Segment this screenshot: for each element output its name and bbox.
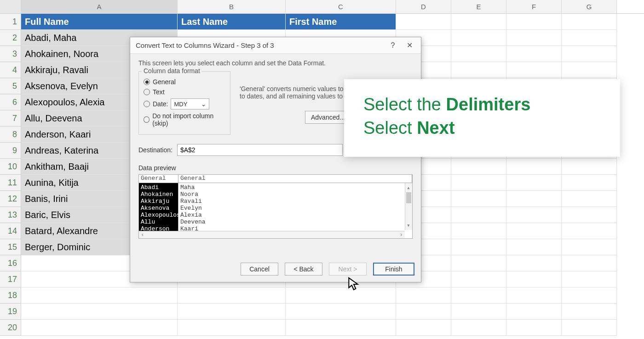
- scroll-down-arrow-icon[interactable]: ▾: [407, 222, 410, 229]
- cell[interactable]: [451, 320, 506, 336]
- cell[interactable]: [178, 320, 286, 336]
- cell[interactable]: [178, 304, 286, 320]
- cell[interactable]: [451, 30, 506, 46]
- row-header-11[interactable]: 11: [0, 175, 21, 191]
- cell[interactable]: [21, 287, 178, 304]
- cell[interactable]: [562, 159, 617, 175]
- cell[interactable]: [21, 320, 178, 336]
- cell[interactable]: [562, 223, 617, 239]
- cell[interactable]: Last Name: [178, 14, 286, 30]
- cell[interactable]: Full Name: [21, 14, 178, 30]
- cell[interactable]: [506, 255, 562, 271]
- row-header-19[interactable]: 19: [0, 304, 21, 320]
- cell[interactable]: [506, 191, 562, 207]
- scrollbar-thumb[interactable]: [406, 192, 411, 203]
- scroll-left-arrow-icon[interactable]: ‹: [141, 231, 144, 238]
- row-header-10[interactable]: 10: [0, 159, 21, 175]
- cell[interactable]: [506, 62, 562, 78]
- close-icon[interactable]: ✕: [403, 40, 415, 52]
- help-icon[interactable]: ?: [387, 40, 399, 52]
- dialog-titlebar[interactable]: Convert Text to Columns Wizard - Step 3 …: [130, 37, 421, 54]
- cell[interactable]: [506, 175, 562, 191]
- cell[interactable]: [562, 271, 617, 287]
- cell[interactable]: [562, 255, 617, 271]
- cell[interactable]: [451, 207, 506, 223]
- row-header-16[interactable]: 16: [0, 255, 21, 271]
- cell[interactable]: [562, 175, 617, 191]
- radio-text[interactable]: Text: [144, 88, 225, 96]
- cell[interactable]: [396, 287, 451, 304]
- cell[interactable]: [506, 159, 562, 175]
- cell[interactable]: [562, 207, 617, 223]
- cell[interactable]: [286, 304, 396, 320]
- cell[interactable]: [506, 287, 562, 304]
- row-header-17[interactable]: 17: [0, 271, 21, 287]
- cell[interactable]: [506, 223, 562, 239]
- row-header-14[interactable]: 14: [0, 223, 21, 239]
- cell[interactable]: [506, 46, 562, 62]
- cell[interactable]: [396, 304, 451, 320]
- cell[interactable]: [451, 62, 506, 78]
- cell[interactable]: [451, 255, 506, 271]
- cell[interactable]: [562, 191, 617, 207]
- row-header-2[interactable]: 2: [0, 30, 21, 46]
- column-header-B[interactable]: B: [178, 0, 286, 13]
- cell[interactable]: [451, 175, 506, 191]
- cell[interactable]: [286, 287, 396, 304]
- cell[interactable]: [451, 223, 506, 239]
- cell[interactable]: First Name: [286, 14, 396, 30]
- cell[interactable]: [451, 287, 506, 304]
- cell[interactable]: [506, 320, 562, 336]
- cell[interactable]: [562, 14, 617, 30]
- back-button[interactable]: < Back: [285, 263, 322, 276]
- select-all-corner[interactable]: [0, 0, 21, 13]
- cell[interactable]: [506, 304, 562, 320]
- finish-button[interactable]: Finish: [373, 263, 414, 276]
- cell[interactable]: [451, 14, 506, 30]
- cancel-button[interactable]: Cancel: [241, 263, 278, 276]
- cell[interactable]: [506, 239, 562, 255]
- cell[interactable]: [506, 14, 562, 30]
- column-header-A[interactable]: A: [21, 0, 178, 13]
- cell[interactable]: [506, 207, 562, 223]
- cell[interactable]: [562, 239, 617, 255]
- cell[interactable]: [451, 159, 506, 175]
- cell[interactable]: [562, 304, 617, 320]
- row-header-20[interactable]: 20: [0, 320, 21, 336]
- row-header-15[interactable]: 15: [0, 239, 21, 255]
- row-header-3[interactable]: 3: [0, 46, 21, 62]
- column-header-G[interactable]: G: [562, 0, 617, 13]
- date-format-select[interactable]: MDY ⌄: [171, 98, 209, 109]
- cell[interactable]: [396, 320, 451, 336]
- row-header-6[interactable]: 6: [0, 94, 21, 110]
- row-header-4[interactable]: 4: [0, 62, 21, 78]
- cell[interactable]: [562, 320, 617, 336]
- cell[interactable]: [562, 30, 617, 46]
- row-header-5[interactable]: 5: [0, 78, 21, 94]
- column-header-C[interactable]: C: [286, 0, 396, 13]
- cell[interactable]: [451, 271, 506, 287]
- column-header-E[interactable]: E: [451, 0, 506, 13]
- cell[interactable]: [506, 271, 562, 287]
- row-header-9[interactable]: 9: [0, 143, 21, 159]
- cell[interactable]: [506, 30, 562, 46]
- cell[interactable]: [178, 287, 286, 304]
- row-header-18[interactable]: 18: [0, 287, 21, 304]
- scroll-up-arrow-icon[interactable]: ▴: [407, 184, 410, 191]
- cell[interactable]: [562, 46, 617, 62]
- column-header-F[interactable]: F: [506, 0, 562, 13]
- cell[interactable]: [21, 304, 178, 320]
- row-header-7[interactable]: 7: [0, 110, 21, 126]
- cell[interactable]: [451, 304, 506, 320]
- row-header-13[interactable]: 13: [0, 207, 21, 223]
- cell[interactable]: [562, 287, 617, 304]
- cell[interactable]: [451, 191, 506, 207]
- row-header-1[interactable]: 1: [0, 14, 21, 30]
- destination-input[interactable]: [177, 144, 343, 156]
- cell[interactable]: [451, 239, 506, 255]
- preview-vertical-scrollbar[interactable]: ▴ ▾: [405, 183, 412, 230]
- radio-general[interactable]: General: [144, 78, 225, 86]
- cell[interactable]: [451, 46, 506, 62]
- column-header-D[interactable]: D: [396, 0, 451, 13]
- cell[interactable]: [562, 62, 617, 78]
